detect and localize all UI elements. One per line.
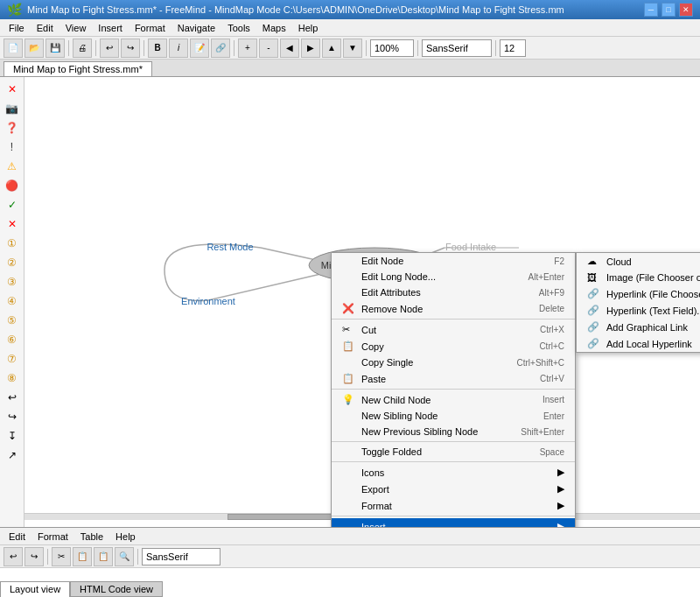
ctx-new-child-node[interactable]: 💡 New Child Node Insert (332, 391, 575, 408)
bottom-paste[interactable]: 📋 (94, 547, 113, 566)
menu-tools[interactable]: Tools (222, 21, 256, 35)
bottom-search[interactable]: 🔍 (115, 547, 134, 566)
nav-up[interactable]: ▲ (322, 39, 341, 58)
ctx-copy-single[interactable]: Copy Single Ctrl+Shift+C (332, 355, 575, 370)
sidebar-icon-close[interactable]: ✕ (4, 81, 21, 98)
ctx-new-prev-sibling[interactable]: New Previous Sibling Node Shift+Enter (332, 424, 575, 439)
sidebar-icon-stop[interactable]: 🔴 (4, 177, 21, 194)
sub-hyperlink-file[interactable]: 🔗 Hyperlink (File Chooser)... (577, 285, 700, 302)
ctx-cut[interactable]: ✂ Cut Ctrl+X (332, 321, 575, 338)
tab-html-code-view[interactable]: HTML Code view (70, 581, 163, 597)
close-button[interactable]: ✕ (679, 3, 693, 17)
bottom-redo[interactable]: ↪ (24, 547, 44, 566)
svg-text:Food Intake: Food Intake (445, 242, 496, 252)
sidebar-icon-8[interactable]: ⑧ (4, 369, 21, 387)
ctx-toggle-folded[interactable]: Toggle Folded Space (332, 444, 575, 460)
sidebar-icon-4[interactable]: ④ (4, 292, 21, 310)
link-button[interactable]: 🔗 (211, 39, 230, 58)
bold-button[interactable]: B (148, 39, 167, 58)
menu-edit[interactable]: Edit (32, 21, 59, 35)
italic-button[interactable]: i (169, 39, 188, 58)
menu-format[interactable]: Format (130, 21, 171, 35)
canvas-area[interactable]: Mind Map to Fight Stress Rest Mode Food … (24, 77, 700, 527)
app-icon: 🌿 (7, 3, 22, 17)
minimize-button[interactable]: ─ (644, 3, 658, 17)
sidebar-icon-forward[interactable]: ↪ (4, 408, 21, 425)
menu-navigate[interactable]: Navigate (172, 21, 220, 35)
sub-cloud[interactable]: ☁ Cloud (577, 253, 700, 270)
sidebar-icon-back[interactable]: ↩ (4, 389, 21, 406)
ctx-edit-attributes[interactable]: Edit Attributes Alt+F9 (332, 284, 575, 300)
font-size-input[interactable] (500, 39, 526, 57)
cut-icon: ✂ (342, 324, 358, 335)
menu-file[interactable]: File (4, 21, 30, 35)
window-controls: ─ □ ✕ (644, 3, 693, 17)
ctx-edit-long-node[interactable]: Edit Long Node... Alt+Enter (332, 269, 575, 284)
sidebar-icon-7[interactable]: ⑦ (4, 350, 21, 368)
ctx-insert[interactable]: Insert ▶ (332, 518, 575, 527)
save-button[interactable]: 💾 (46, 39, 65, 58)
svg-text:Environment: Environment (181, 296, 235, 306)
sidebar-icon-camera[interactable]: 📷 (4, 100, 21, 117)
image-icon: 🖼 (587, 272, 601, 283)
sub-hyperlink-text[interactable]: 🔗 Hyperlink (Text Field)... (577, 302, 700, 319)
sub-add-graphical-link[interactable]: 🔗 Add Graphical Link (577, 319, 700, 335)
menu-insert[interactable]: Insert (93, 21, 128, 35)
sidebar-icon-exclaim[interactable]: ! (4, 138, 21, 156)
ctx-new-sibling-node[interactable]: New Sibling Node Enter (332, 408, 575, 424)
node-button[interactable]: 📝 (190, 39, 209, 58)
nav-right[interactable]: ▶ (301, 39, 320, 58)
ctx-remove-node[interactable]: ❌ Remove Node Delete (332, 300, 575, 317)
sidebar-icon-3[interactable]: ③ (4, 273, 21, 291)
bottom-font-family[interactable] (142, 548, 220, 565)
sidebar-icon-6[interactable]: ⑥ (4, 331, 21, 348)
nav-down[interactable]: ▼ (343, 39, 362, 58)
insert-submenu: ☁ Cloud 🖼 Image (File Chooser or Link)..… (576, 252, 700, 353)
open-button[interactable]: 📂 (24, 39, 44, 58)
bottom-undo[interactable]: ↩ (4, 547, 23, 566)
bottom-menu-help[interactable]: Help (110, 530, 141, 544)
new-button[interactable]: 📄 (4, 39, 23, 58)
cloud-icon: ☁ (587, 256, 601, 267)
main-area: ✕ 📷 ❓ ! ⚠ 🔴 ✓ ✕ ① ② ③ ④ ⑤ ⑥ ⑦ ⑧ ↩ ↪ ↧ ↗ (0, 77, 700, 527)
print-button[interactable]: 🖨 (73, 39, 92, 58)
bottom-copy[interactable]: 📋 (73, 547, 92, 566)
maximize-button[interactable]: □ (662, 3, 676, 17)
sub-image[interactable]: 🖼 Image (File Chooser or Link)... (577, 270, 700, 285)
sidebar-icon-x[interactable]: ✕ (4, 215, 21, 233)
ctx-copy[interactable]: 📋 Copy Ctrl+C (332, 338, 575, 355)
sidebar-icon-1[interactable]: ① (4, 235, 21, 252)
main-tab[interactable]: Mind Map to Fight Stress.mm* (4, 61, 152, 76)
zoom-input[interactable] (370, 39, 414, 57)
sidebar-icon-arrow[interactable]: ↗ (4, 446, 21, 464)
bottom-menu-edit[interactable]: Edit (4, 530, 31, 544)
bottom-cut[interactable]: ✂ (52, 547, 71, 566)
ctx-format[interactable]: Format ▶ (332, 497, 575, 514)
menu-view[interactable]: View (60, 21, 92, 35)
menu-maps[interactable]: Maps (257, 21, 291, 35)
ctx-icons[interactable]: Icons ▶ (332, 464, 575, 481)
undo-button[interactable]: ↩ (100, 39, 119, 58)
sidebar-icon-warn[interactable]: ⚠ (4, 158, 21, 175)
ctx-edit-node[interactable]: Edit Node F2 (332, 253, 575, 269)
bottom-menu-format[interactable]: Format (32, 530, 74, 544)
zoom-out-button[interactable]: - (259, 39, 278, 58)
zoom-in-button[interactable]: + (238, 39, 257, 58)
bottom-menu-bar: Edit Format Table Help (0, 528, 700, 545)
nav-left[interactable]: ◀ (280, 39, 299, 58)
sidebar-icon-down[interactable]: ↧ (4, 427, 21, 445)
tab-bar: Mind Map to Fight Stress.mm* (0, 60, 700, 77)
menu-help[interactable]: Help (293, 21, 324, 35)
ctx-paste[interactable]: 📋 Paste Ctrl+V (332, 370, 575, 387)
sub-add-local-hyperlink[interactable]: 🔗 Add Local Hyperlink (577, 335, 700, 352)
redo-button[interactable]: ↪ (121, 39, 140, 58)
tab-layout-view[interactable]: Layout view (0, 581, 70, 597)
font-family-input[interactable] (422, 39, 492, 57)
sidebar-icon-check[interactable]: ✓ (4, 196, 21, 214)
sidebar-icon-2[interactable]: ② (4, 254, 21, 271)
bottom-menu-table[interactable]: Table (75, 530, 108, 544)
sidebar-icon-5[interactable]: ⑤ (4, 312, 21, 329)
sidebar-icon-question[interactable]: ❓ (4, 119, 21, 137)
separator-4 (332, 461, 575, 462)
ctx-export[interactable]: Export ▶ (332, 481, 575, 497)
